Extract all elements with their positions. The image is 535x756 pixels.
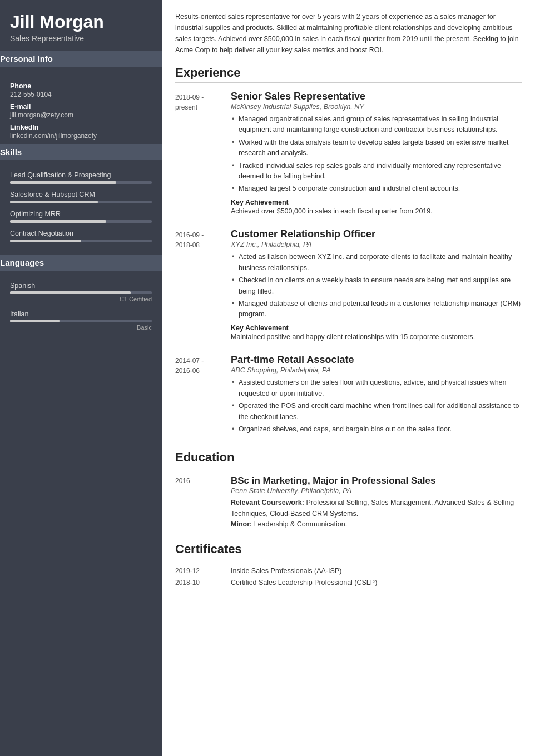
lang-item: Italian Basic [10,310,152,331]
skill-bar-fill [10,240,81,242]
lang-level: Basic [10,324,152,331]
edu-detail-bold: Minor: [231,520,252,528]
education-row: 2016 BSc in Marketing, Major in Professi… [175,475,522,530]
exp-bullets: Acted as liaison between XYZ Inc. and co… [231,252,522,320]
skill-bar-fill [10,201,98,203]
lang-item: Spanish C1 Certified [10,282,152,302]
personal-info-section: Phone 212-555-0104 E-mail jill.morgan@ze… [0,72,162,144]
exp-date: 2018-09 -present [175,91,231,216]
cert-date: 2018-10 [175,579,231,586]
phone-label: Phone [10,82,152,90]
skill-item: Lead Qualification & Prospecting [10,171,152,184]
sidebar-name-block: Jill Morgan Sales Representative [0,0,162,51]
personal-info-header: Personal Info [0,51,172,67]
cert-name: Inside Sales Professionals (AA-ISP) [231,567,522,575]
experience-title: Experience [175,66,522,83]
exp-bullet: Managed database of clients and potentia… [231,299,522,320]
edu-detail: Relevant Coursework: Professional Sellin… [231,498,522,519]
candidate-name: Jill Morgan [10,12,152,32]
education-section: Education 2016 BSc in Marketing, Major i… [175,450,522,530]
key-achievement-block: Key Achievement Achieved over $500,000 i… [231,198,522,217]
key-achievement-text: Achieved over $500,000 in sales in each … [231,207,433,215]
exp-date: 2016-09 -2018-08 [175,228,231,342]
cert-date: 2019-12 [175,567,231,575]
lang-label: Spanish [10,282,152,290]
exp-content: Part-time Retail Associate ABC Shopping,… [231,354,522,438]
certificates-section: Certificates 2019-12 Inside Sales Profes… [175,542,522,586]
edu-school: Penn State University, Philadelphia, PA [231,487,522,495]
skill-bar-fill [10,181,116,184]
exp-bullet: Worked with the data analysis team to de… [231,137,522,159]
certificates-title: Certificates [175,542,522,559]
edu-content: BSc in Marketing, Major in Professional … [231,475,522,530]
candidate-title: Sales Representative [10,34,152,43]
edu-date: 2016 [175,475,231,530]
main-content: Results-oriented sales representative fo… [162,0,535,756]
lang-bar-bg [10,291,152,294]
lang-bar-fill [10,291,131,294]
skill-label: Lead Qualification & Prospecting [10,171,152,179]
key-achievement-text: Maintained positive and happy client rel… [231,333,475,341]
exp-bullets: Assisted customers on the sales floor wi… [231,377,522,435]
exp-job-title: Part-time Retail Associate [231,354,522,366]
experience-row: 2018-09 -present Senior Sales Representa… [175,91,522,216]
experience-row: 2016-09 -2018-08 Customer Relationship O… [175,228,522,342]
exp-bullet: Checked in on clients on a weekly basis … [231,275,522,297]
linkedin-value: linkedin.com/in/jillmorganzety [10,132,152,140]
email-value: jill.morgan@zety.com [10,111,152,119]
exp-company: ABC Shopping, Philadelphia, PA [231,366,522,374]
phone-value: 212-555-0104 [10,91,152,98]
education-title: Education [175,450,522,467]
skill-bar-bg [10,220,152,223]
exp-content: Customer Relationship Officer XYZ Inc., … [231,228,522,342]
key-achievement-label: Key Achievement [231,198,289,206]
skills-section: Lead Qualification & Prospecting Salesfo… [0,166,162,255]
lang-label: Italian [10,310,152,318]
experience-section: Experience 2018-09 -present Senior Sales… [175,66,522,438]
cert-row: 2019-12 Inside Sales Professionals (AA-I… [175,567,522,575]
languages-header: Languages [0,255,172,271]
exp-bullet: Managed largest 5 corporate construction… [231,183,522,194]
key-achievement-label: Key Achievement [231,324,289,332]
skill-label: Contract Negotiation [10,230,152,237]
exp-bullet: Assisted customers on the sales floor wi… [231,377,522,399]
exp-company: McKinsey Industrial Supplies, Brooklyn, … [231,103,522,111]
edu-detail-bold: Relevant Coursework: [231,499,304,506]
cert-name: Certified Sales Leadership Professional … [231,579,522,586]
exp-bullet: Operated the POS and credit card machine… [231,401,522,422]
sidebar: Jill Morgan Sales Representative Persona… [0,0,162,756]
edu-detail-text: Leadership & Communication. [254,520,347,528]
lang-bar-fill [10,320,60,322]
key-achievement-block: Key Achievement Maintained positive and … [231,324,522,342]
skill-item: Optimizing MRR [10,210,152,223]
email-label: E-mail [10,103,152,111]
exp-bullets: Managed organizational sales and group o… [231,114,522,195]
lang-bar-bg [10,320,152,322]
exp-bullet: Acted as liaison between XYZ Inc. and co… [231,252,522,273]
linkedin-label: LinkedIn [10,123,152,131]
exp-job-title: Customer Relationship Officer [231,228,522,240]
exp-company: XYZ Inc., Philadelphia, PA [231,241,522,248]
exp-content: Senior Sales Representative McKinsey Ind… [231,91,522,216]
exp-bullet: Tracked individual sales rep sales goals… [231,161,522,182]
skill-bar-fill [10,220,106,223]
exp-bullet: Organized shelves, end caps, and bargain… [231,424,522,435]
skills-header: Skills [0,144,172,160]
summary-text: Results-oriented sales representative fo… [175,11,522,56]
skill-bar-bg [10,181,152,184]
cert-row: 2018-10 Certified Sales Leadership Profe… [175,579,522,586]
lang-level: C1 Certified [10,296,152,302]
skill-item: Contract Negotiation [10,230,152,242]
skill-label: Optimizing MRR [10,210,152,218]
exp-bullet: Managed organizational sales and group o… [231,114,522,136]
languages-section: Spanish C1 Certified Italian Basic [0,276,162,344]
exp-job-title: Senior Sales Representative [231,91,522,102]
experience-row: 2014-07 -2016-06 Part-time Retail Associ… [175,354,522,438]
skill-item: Salesforce & Hubspot CRM [10,191,152,203]
skill-bar-bg [10,240,152,242]
edu-detail: Minor: Leadership & Communication. [231,519,522,530]
edu-degree: BSc in Marketing, Major in Professional … [231,475,522,486]
skill-bar-bg [10,201,152,203]
skill-label: Salesforce & Hubspot CRM [10,191,152,198]
exp-date: 2014-07 -2016-06 [175,354,231,438]
